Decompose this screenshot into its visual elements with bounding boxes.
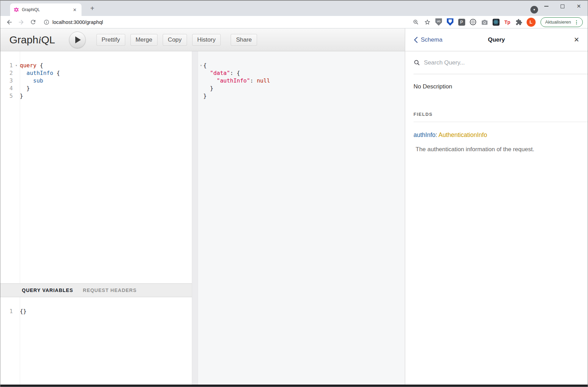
query-line: 3 sub — [0, 77, 192, 85]
pane-resize-handle[interactable] — [192, 51, 198, 385]
profile-avatar[interactable]: L — [527, 18, 536, 27]
move-cross-extension-icon[interactable] — [469, 18, 477, 26]
chrome-update-button[interactable]: Aktualisieren ⋮ — [540, 17, 583, 27]
maximize-icon — [561, 5, 564, 8]
close-button[interactable]: ✕ — [571, 1, 587, 12]
browser-window: GraphiQL ✕ + ▾ ✕ localhost:3000/graphq — [0, 0, 588, 387]
query-editor[interactable]: 1 ▾ query { 2 authInfo { 3 s — [0, 51, 192, 283]
reload-button[interactable] — [29, 18, 37, 26]
minimize-button[interactable] — [538, 1, 554, 12]
history-button[interactable]: History — [192, 34, 221, 46]
doc-explorer-panel: Query Schema ✕ No Description FIEL — [405, 28, 588, 385]
query-line: 4 } — [0, 85, 192, 92]
minimize-icon — [544, 6, 548, 7]
taskbar-edge — [0, 385, 588, 387]
field-row: authInfo: AuthenticationInfo — [414, 131, 579, 139]
close-icon: ✕ — [577, 3, 581, 9]
doc-search-input[interactable] — [424, 59, 588, 66]
url-text[interactable]: localhost:3000/graphql — [52, 19, 103, 25]
camera-extension-icon[interactable] — [481, 18, 488, 26]
address-bar[interactable]: localhost:3000/graphql — [43, 19, 103, 25]
doc-explorer-header: Query Schema ✕ — [405, 28, 588, 51]
p-extension-icon[interactable]: P — [458, 18, 466, 26]
share-button[interactable]: Share — [231, 34, 257, 46]
variables-title-bar[interactable]: QUERY VARIABLES REQUEST HEADERS — [0, 283, 192, 297]
gutter-divider — [20, 297, 20, 385]
menu-dots-icon[interactable]: ⋮ — [574, 20, 579, 25]
update-label: Aktualisieren — [545, 19, 571, 25]
back-arrow-icon — [6, 19, 13, 26]
window-controls: ✕ — [538, 1, 587, 12]
prettify-button[interactable]: Prettify — [96, 34, 125, 46]
forward-arrow-icon — [18, 19, 25, 26]
graphiql-app: GraphiQL Prettify Merge Copy History Sha… — [0, 28, 588, 385]
gutter-divider — [20, 51, 20, 283]
tab-query-variables[interactable]: QUERY VARIABLES — [22, 287, 73, 293]
doc-close-icon[interactable]: ✕ — [574, 36, 579, 44]
graphiql-logo: GraphiQL — [9, 34, 55, 46]
reload-icon — [30, 19, 36, 25]
fold-arrow-icon[interactable]: ▾ — [13, 62, 20, 69]
result-line: ▾ { — [199, 62, 405, 69]
doc-title: Query — [405, 36, 588, 43]
tampermonkey-extension-icon[interactable]: Tp — [504, 18, 511, 26]
query-line: 2 authInfo { — [0, 69, 192, 77]
toolbar-buttons: Prettify Merge Copy History Share — [96, 34, 257, 46]
result-pane[interactable]: ▾ { "data": { "authInfo": null } — [198, 51, 405, 385]
field-description: The authentication information of the re… — [414, 146, 579, 153]
field-type-link[interactable]: AuthenticationInfo — [438, 131, 487, 138]
zoom-page-icon[interactable] — [412, 18, 420, 26]
doc-search-row — [414, 51, 588, 74]
play-icon — [75, 36, 81, 43]
maximize-button[interactable] — [554, 1, 571, 12]
execute-query-button[interactable] — [69, 32, 86, 48]
downloads-indicator-icon[interactable]: ▾ — [530, 6, 538, 14]
tab-request-headers[interactable]: REQUEST HEADERS — [83, 287, 137, 293]
query-line: 1 ▾ query { — [0, 62, 192, 69]
search-icon — [414, 59, 420, 66]
graphiql-toolbar: GraphiQL Prettify Merge Copy History Sha… — [0, 28, 405, 51]
page-info-icon[interactable] — [43, 19, 50, 25]
browser-tab[interactable]: GraphiQL ✕ — [10, 3, 82, 16]
copy-button[interactable]: Copy — [163, 34, 187, 46]
fields-divider — [414, 122, 588, 122]
result-line: } — [199, 92, 405, 100]
merge-button[interactable]: Merge — [130, 34, 157, 46]
tab-title: GraphiQL — [22, 7, 71, 12]
bitwarden-extension-icon[interactable] — [446, 18, 454, 26]
browser-tab-strip: GraphiQL ✕ + ▾ ✕ — [0, 1, 588, 16]
type-description: No Description — [414, 83, 579, 90]
ublock-extension-icon[interactable]: UO — [435, 18, 443, 26]
fold-arrow-icon[interactable]: ▾ — [199, 62, 203, 69]
extensions-puzzle-icon[interactable] — [515, 18, 523, 26]
doc-content: No Description FIELDS authInfo: Authenti… — [405, 74, 588, 153]
result-line: } — [199, 85, 405, 92]
fields-heading: FIELDS — [414, 112, 579, 117]
forward-button[interactable] — [17, 18, 25, 26]
query-column: 1 ▾ query { 2 authInfo { 3 s — [0, 51, 192, 385]
new-tab-button[interactable]: + — [88, 4, 97, 13]
react-devtools-extension-icon[interactable] — [492, 18, 500, 26]
result-line: "authInfo": null — [199, 77, 405, 85]
tab-close-icon[interactable]: ✕ — [71, 7, 78, 13]
field-name-link[interactable]: authInfo — [414, 131, 435, 138]
navbar-right-icons: UO P — [412, 17, 584, 27]
graphql-favicon-icon — [14, 7, 19, 12]
graphiql-main: GraphiQL Prettify Merge Copy History Sha… — [0, 28, 405, 385]
variables-editor[interactable]: 1 {} — [0, 297, 192, 385]
back-button[interactable] — [5, 18, 14, 26]
browser-navbar: localhost:3000/graphql UO P — [0, 16, 588, 28]
variables-line: 1 {} — [0, 308, 192, 315]
bookmark-star-icon[interactable] — [424, 18, 431, 26]
result-line: "data": { — [199, 69, 405, 77]
query-line: 5 } — [0, 92, 192, 100]
editor-panes: 1 ▾ query { 2 authInfo { 3 s — [0, 51, 405, 385]
